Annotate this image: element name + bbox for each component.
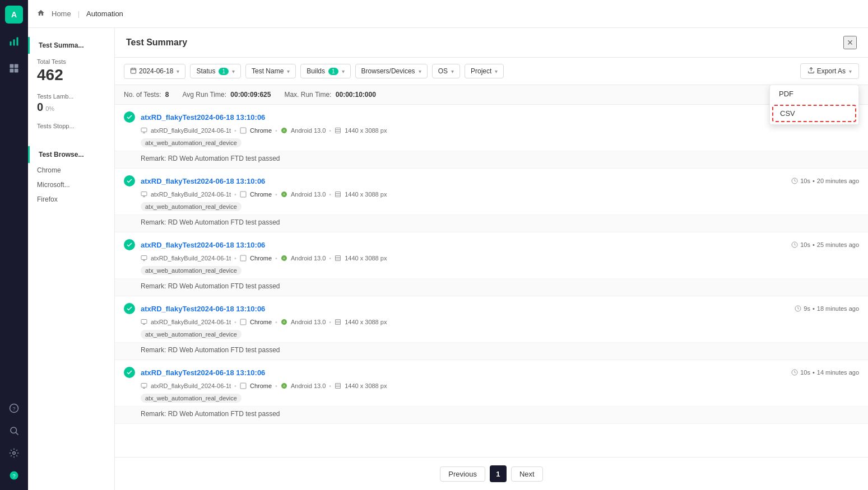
- test-status-icon: [124, 303, 135, 314]
- test-remark: Remark: RD Web Automation FTD test passe…: [115, 406, 868, 423]
- test-meta: atxRD_flakyBuild_2024-06-1t • Chrome • A…: [115, 319, 868, 329]
- browser-item-microsoft[interactable]: Microsoft...: [28, 178, 114, 192]
- sidebar-item-analytics[interactable]: [5, 32, 23, 50]
- test-name[interactable]: atxRD_flakyTest2024-06-18 13:10:06: [141, 177, 791, 185]
- os-filter-label: OS: [438, 67, 448, 75]
- status-filter[interactable]: Status 1 ▾: [190, 64, 241, 78]
- sidebar-item-grid[interactable]: [5, 59, 23, 77]
- test-time: 10s • 25 minutes ago: [791, 241, 859, 248]
- test-list: atxRD_flakyTest2024-06-18 13:10:06 9s • …: [115, 105, 868, 457]
- test-item-header: atxRD_flakyTest2024-06-18 13:10:06 9s • …: [115, 296, 868, 319]
- sidebar-item-search[interactable]: [5, 422, 23, 440]
- browsers-chevron-icon: ▾: [419, 68, 421, 74]
- pagination: Previous 1 Next: [115, 457, 868, 490]
- page-number[interactable]: 1: [490, 465, 507, 482]
- test-tag[interactable]: atx_web_automation_real_device: [141, 394, 242, 403]
- content-area: Test Summa... Total Tests 462 Tests Lamb…: [28, 28, 868, 490]
- test-duration: 10s: [800, 178, 810, 184]
- nav-home[interactable]: Home: [52, 10, 71, 18]
- svg-rect-20: [141, 128, 147, 132]
- date-chevron-icon: ▾: [177, 68, 179, 74]
- test-time-ago: 14 minutes ago: [817, 369, 859, 376]
- test-name-chevron-icon: ▾: [287, 68, 290, 74]
- browser-item-chrome[interactable]: Chrome: [28, 163, 114, 178]
- test-name-filter[interactable]: Test Name ▾: [245, 64, 296, 78]
- svg-point-9: [11, 427, 17, 433]
- test-resolution: 1440 x 3088 px: [345, 127, 387, 134]
- svg-rect-23: [240, 128, 246, 133]
- builds-filter[interactable]: Builds 1 ▾: [300, 64, 350, 78]
- test-status-icon: [124, 175, 135, 186]
- export-csv-item[interactable]: CSV: [772, 105, 856, 122]
- test-resolution: 1440 x 3088 px: [345, 255, 387, 262]
- svg-point-11: [13, 452, 16, 455]
- test-name[interactable]: atxRD_flakyTest2024-06-18 13:10:06: [141, 241, 791, 249]
- test-browsers-label: Test Browse...: [28, 146, 114, 163]
- sidebar-item-settings[interactable]: [5, 444, 23, 462]
- test-platform: Android 13.0: [291, 382, 326, 389]
- os-filter[interactable]: OS ▾: [432, 64, 460, 78]
- test-tag[interactable]: atx_web_automation_real_device: [141, 330, 242, 339]
- svg-text:?: ?: [12, 473, 16, 479]
- svg-rect-56: [336, 320, 341, 325]
- svg-rect-1: [13, 39, 15, 45]
- test-tag[interactable]: atx_web_automation_real_device: [141, 138, 242, 147]
- sidebar-item-help[interactable]: ?: [5, 399, 23, 417]
- svg-rect-6: [15, 69, 18, 73]
- test-status-icon: [124, 239, 135, 250]
- test-duration: 10s: [800, 369, 810, 376]
- test-item: atxRD_flakyTest2024-06-18 13:10:06 10s •…: [115, 232, 868, 296]
- os-chevron-icon: ▾: [451, 68, 454, 74]
- close-button[interactable]: ×: [843, 36, 857, 49]
- test-item-header: atxRD_flakyTest2024-06-18 13:10:06 10s •…: [115, 360, 868, 382]
- svg-rect-3: [10, 64, 14, 68]
- project-filter[interactable]: Project ▾: [465, 64, 504, 78]
- modal-header: Test Summary ×: [115, 28, 868, 58]
- test-item: atxRD_flakyTest2024-06-18 13:10:06 9s • …: [115, 105, 868, 169]
- export-dropdown: PDF CSV: [769, 85, 859, 125]
- tests-lambda-value: 0: [37, 101, 43, 114]
- nav-page: Automation: [86, 10, 123, 18]
- test-status-icon: [124, 111, 135, 123]
- test-remark: Remark: RD Web Automation FTD test passe…: [115, 151, 868, 168]
- export-icon: [807, 67, 815, 76]
- test-duration: 10s: [800, 241, 810, 248]
- left-panel: Test Summa... Total Tests 462 Tests Lamb…: [28, 28, 115, 490]
- svg-rect-60: [141, 384, 147, 388]
- sidebar-logo: A: [5, 6, 23, 24]
- top-nav: Home | Automation: [28, 0, 868, 28]
- test-browser: Chrome: [250, 319, 272, 325]
- browsers-filter-label: Browsers/Devices: [361, 67, 415, 75]
- browser-item-firefox[interactable]: Firefox: [28, 192, 114, 207]
- export-pdf-item[interactable]: PDF: [770, 85, 858, 102]
- test-meta: atxRD_flakyBuild_2024-06-1t • Chrome • A…: [115, 382, 868, 393]
- test-item-header: atxRD_flakyTest2024-06-18 13:10:06 10s •…: [115, 169, 868, 191]
- test-tag[interactable]: atx_web_automation_real_device: [141, 202, 242, 211]
- test-name[interactable]: atxRD_flakyTest2024-06-18 13:10:06: [141, 113, 795, 122]
- builds-badge: 1: [328, 68, 338, 75]
- svg-rect-33: [240, 192, 246, 197]
- test-remark: Remark: RD Web Automation FTD test passe…: [115, 214, 868, 232]
- svg-rect-63: [240, 383, 246, 389]
- browsers-filter[interactable]: Browsers/Devices ▾: [355, 64, 428, 78]
- test-browsers-section: Test Browse... Chrome Microsoft... Firef…: [28, 146, 114, 207]
- next-button[interactable]: Next: [511, 466, 543, 482]
- test-tag[interactable]: atx_web_automation_real_device: [141, 266, 242, 275]
- svg-rect-2: [17, 38, 18, 46]
- date-filter[interactable]: 2024-06-18 ▾: [124, 64, 185, 79]
- sidebar-item-help-bottom[interactable]: ?: [5, 466, 23, 484]
- test-remark: Remark: RD Web Automation FTD test passe…: [115, 342, 868, 360]
- test-name[interactable]: atxRD_flakyTest2024-06-18 13:10:06: [141, 368, 791, 377]
- test-duration: 9s: [804, 305, 810, 312]
- status-filter-label: Status: [196, 67, 215, 75]
- project-chevron-icon: ▾: [495, 68, 498, 74]
- test-time: 10s • 20 minutes ago: [791, 178, 859, 184]
- tests-lambda-label: Tests Lamb...: [37, 93, 105, 100]
- export-button[interactable]: Export As ▾: [800, 63, 859, 79]
- test-name[interactable]: atxRD_flakyTest2024-06-18 13:10:06: [141, 305, 795, 313]
- total-tests-label: Total Tests: [37, 58, 105, 65]
- previous-button[interactable]: Previous: [440, 466, 485, 482]
- test-platform: Android 13.0: [291, 191, 326, 198]
- test-summary-label[interactable]: Test Summa...: [28, 37, 114, 54]
- sidebar: A ? ?: [0, 0, 28, 490]
